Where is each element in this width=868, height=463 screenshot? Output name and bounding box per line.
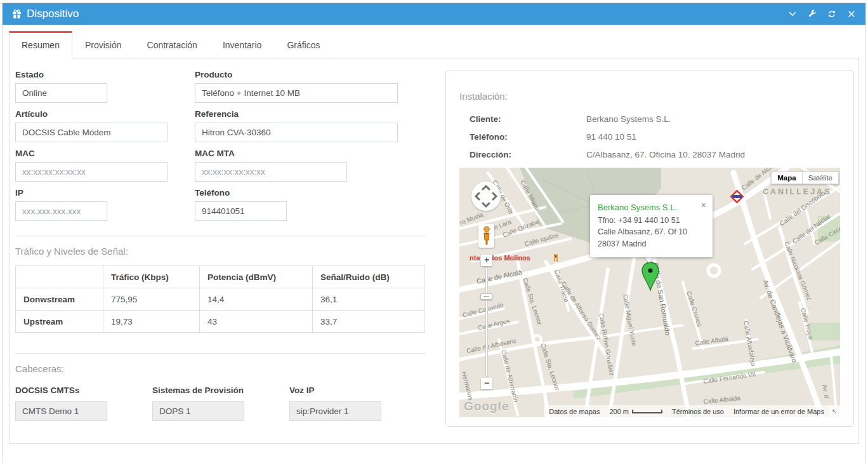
tab-provision[interactable]: Provisión [72, 31, 135, 58]
voz-ip-field[interactable] [289, 401, 381, 421]
installation-title: Instalación: [459, 91, 840, 102]
producto-label: Producto [195, 70, 426, 79]
row-name: Upstream [16, 311, 103, 333]
pegman-control[interactable] [478, 224, 494, 248]
google-logo[interactable]: Google [464, 399, 509, 413]
ip-field[interactable] [15, 201, 107, 221]
signal-section-title: Tráfico y Niveles de Señal: [15, 246, 426, 257]
telefono-field[interactable] [195, 201, 287, 221]
estado-field[interactable] [15, 83, 107, 103]
cabeceras-title: Cabeceras: [15, 363, 426, 374]
cell-senal: 36,1 [313, 288, 425, 311]
tab-content-resumen: Estado Producto Artículo Referencia [9, 58, 859, 444]
sistemas-provision-label: Sistemas de Provisión [152, 386, 289, 395]
divider [15, 353, 426, 354]
docsis-cmts-field[interactable] [15, 401, 107, 421]
tab-inventario[interactable]: Inventario [210, 31, 274, 58]
map-button[interactable]: Mapa [771, 171, 801, 184]
col-empty [16, 266, 103, 288]
zoom-in-button[interactable]: + [481, 255, 492, 266]
divider [15, 236, 426, 236]
wrench-icon[interactable] [808, 10, 817, 18]
terms-link[interactable]: Términos de uso [672, 408, 724, 415]
col-trafico: Tráfico (Kbps) [103, 266, 200, 288]
direccion-value: C/Albasanz, 67. Oficina 10. 28037 Madrid [586, 150, 745, 159]
articulo-field[interactable] [15, 123, 168, 142]
scale-bar [632, 410, 662, 413]
refresh-icon[interactable] [827, 10, 836, 18]
voz-ip-label: Voz IP [289, 386, 426, 395]
tab-contratacion[interactable]: Contratación [135, 31, 210, 58]
pan-control[interactable] [471, 182, 501, 211]
info-window: × Berkano Sysems S.L. Tfno: +34 91 440 1… [590, 195, 713, 257]
telefono-label: Teléfono [195, 188, 426, 198]
cliente-value: Berkano Systems S.L. [586, 114, 671, 124]
cell-senal: 33,7 [313, 311, 425, 333]
info-window-phone: Tfno: +34 91 440 10 51 [598, 215, 705, 227]
articulo-label: Artículo [15, 109, 195, 119]
row-name: Donwstream [16, 288, 103, 311]
info-window-close-icon[interactable]: × [701, 201, 706, 210]
device-window: Dispositivo Resumen Provisión Contrataci… [2, 3, 866, 463]
pan-down-icon [483, 203, 489, 206]
zoom-out-button[interactable]: − [481, 378, 492, 389]
map-expand-icon[interactable]: ↖ [829, 405, 840, 417]
gift-icon [12, 10, 22, 19]
docsis-cmts-label: DOCSIS CMTSs [15, 386, 152, 395]
window-title: Dispositivo [27, 8, 79, 20]
collapse-icon[interactable] [788, 10, 797, 18]
col-senal: Señal/Ruido (dB) [313, 266, 425, 288]
pan-left-icon [476, 193, 479, 199]
satellite-button[interactable]: Satélite [802, 171, 839, 184]
scale-label: 200 m [609, 408, 629, 415]
cell-potencia: 14,4 [200, 288, 313, 311]
pan-up-icon [483, 186, 489, 189]
ip-label: IP [15, 188, 195, 198]
table-row: Upstream 19,73 43 33,7 [16, 311, 425, 333]
cell-trafico: 19,73 [103, 311, 200, 333]
zoom-slider-track[interactable] [485, 267, 488, 377]
referencia-field[interactable] [195, 123, 398, 142]
estado-label: Estado [15, 70, 195, 79]
info-window-title[interactable]: Berkano Sysems S.L. [598, 201, 705, 214]
col-potencia: Potencia (dBmV) [200, 266, 313, 288]
mac-field[interactable] [15, 162, 168, 182]
inst-telefono-value: 91 440 10 51 [586, 132, 636, 142]
close-icon[interactable] [847, 10, 856, 18]
mac-mta-field[interactable] [195, 162, 347, 182]
sistemas-provision-field[interactable] [152, 401, 244, 421]
cell-trafico: 775,95 [103, 288, 200, 311]
installation-panel: Instalación: Cliente: Berkano Systems S.… [445, 70, 854, 427]
table-row: Donwstream 775,95 14,4 36,1 [16, 288, 425, 311]
table-header-row: Tráfico (Kbps) Potencia (dBmV) Señal/Rui… [16, 266, 425, 288]
pan-right-icon [493, 193, 496, 199]
referencia-label: Referencia [195, 109, 426, 119]
report-error-link[interactable]: Informar de un error de Maps [733, 408, 824, 415]
cliente-label: Cliente: [470, 114, 586, 124]
mac-mta-label: MAC MTA [195, 149, 426, 158]
cell-potencia: 43 [200, 311, 313, 333]
producto-field[interactable] [195, 83, 398, 103]
google-map[interactable]: Calle de Alcalá Calle de Alcalá Av. de C… [459, 168, 840, 417]
tab-graficos[interactable]: Gráficos [274, 31, 332, 58]
metro-station-label: nta de los Molinos [470, 254, 530, 262]
signal-table: Tráfico (Kbps) Potencia (dBmV) Señal/Rui… [15, 265, 425, 333]
mac-label: MAC [15, 149, 195, 158]
zoom-slider-handle[interactable] [480, 293, 492, 300]
window-titlebar: Dispositivo [3, 3, 865, 25]
map-type-control: Mapa Satélite [771, 171, 839, 184]
direccion-label: Dirección: [470, 150, 586, 159]
info-window-address: Calle Albasanz, 67. Of 10 [598, 226, 705, 238]
tab-bar: Resumen Provisión Contratación Inventari… [9, 31, 859, 58]
map-attribution: Datos de mapas 200 m Términos de uso Inf… [544, 405, 829, 417]
pegman-icon [482, 226, 492, 245]
device-form: Estado Producto Artículo Referencia [15, 64, 426, 421]
map-data-label: Datos de mapas [549, 408, 600, 415]
inst-telefono-label: Teléfono: [470, 132, 586, 142]
tab-resumen[interactable]: Resumen [9, 31, 72, 58]
info-window-city: 28037 Madrid [598, 238, 705, 250]
district-label: CANILLEJAS [763, 187, 831, 196]
